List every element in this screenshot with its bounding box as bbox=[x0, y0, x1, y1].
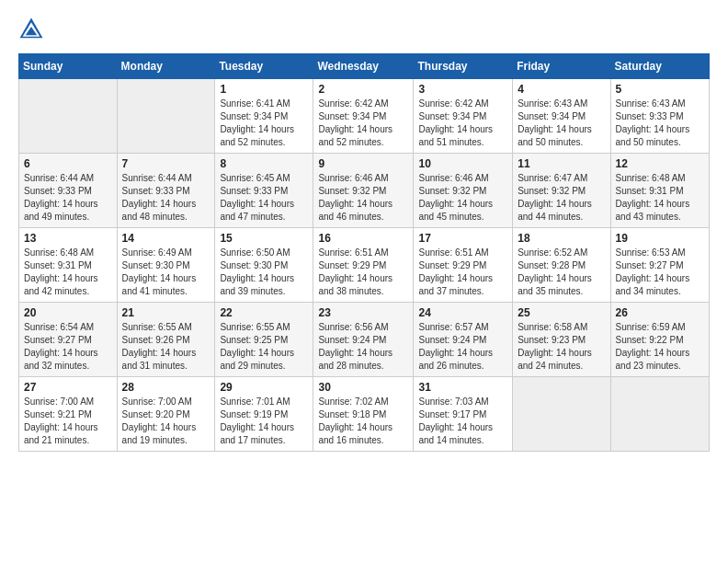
week-row-5: 27Sunrise: 7:00 AM Sunset: 9:21 PM Dayli… bbox=[19, 377, 710, 452]
day-cell: 3Sunrise: 6:42 AM Sunset: 9:34 PM Daylig… bbox=[414, 79, 513, 154]
day-cell: 15Sunrise: 6:50 AM Sunset: 9:30 PM Dayli… bbox=[215, 228, 313, 303]
day-cell: 26Sunrise: 6:59 AM Sunset: 9:22 PM Dayli… bbox=[610, 303, 709, 377]
day-info: Sunrise: 6:55 AM Sunset: 9:25 PM Dayligh… bbox=[220, 321, 308, 373]
day-info: Sunrise: 6:41 AM Sunset: 9:34 PM Dayligh… bbox=[220, 98, 308, 149]
day-cell: 5Sunrise: 6:43 AM Sunset: 9:33 PM Daylig… bbox=[610, 79, 709, 154]
day-number: 25 bbox=[518, 306, 605, 319]
day-info: Sunrise: 6:47 AM Sunset: 9:32 PM Dayligh… bbox=[518, 172, 605, 224]
day-info: Sunrise: 6:46 AM Sunset: 9:32 PM Dayligh… bbox=[318, 172, 408, 224]
header-row: SundayMondayTuesdayWednesdayThursdayFrid… bbox=[19, 54, 710, 79]
day-cell: 9Sunrise: 6:46 AM Sunset: 9:32 PM Daylig… bbox=[313, 154, 414, 228]
col-header-friday: Friday bbox=[513, 54, 610, 79]
day-info: Sunrise: 6:46 AM Sunset: 9:32 PM Dayligh… bbox=[418, 172, 507, 224]
day-cell: 22Sunrise: 6:55 AM Sunset: 9:25 PM Dayli… bbox=[215, 303, 313, 377]
day-cell: 31Sunrise: 7:03 AM Sunset: 9:17 PM Dayli… bbox=[414, 377, 513, 452]
day-cell: 25Sunrise: 6:58 AM Sunset: 9:23 PM Dayli… bbox=[513, 303, 610, 377]
day-number: 2 bbox=[318, 83, 408, 96]
header bbox=[18, 17, 710, 42]
col-header-saturday: Saturday bbox=[610, 54, 709, 79]
day-cell: 10Sunrise: 6:46 AM Sunset: 9:32 PM Dayli… bbox=[414, 154, 513, 228]
col-header-tuesday: Tuesday bbox=[215, 54, 313, 79]
col-header-sunday: Sunday bbox=[19, 54, 118, 79]
day-number: 9 bbox=[318, 157, 408, 170]
day-number: 7 bbox=[122, 157, 210, 170]
day-cell: 30Sunrise: 7:02 AM Sunset: 9:18 PM Dayli… bbox=[313, 377, 414, 452]
day-number: 14 bbox=[122, 232, 210, 245]
day-cell: 6Sunrise: 6:44 AM Sunset: 9:33 PM Daylig… bbox=[19, 154, 118, 228]
day-info: Sunrise: 7:02 AM Sunset: 9:18 PM Dayligh… bbox=[318, 396, 408, 447]
day-number: 27 bbox=[24, 381, 112, 394]
day-info: Sunrise: 6:42 AM Sunset: 9:34 PM Dayligh… bbox=[318, 98, 408, 149]
day-info: Sunrise: 6:44 AM Sunset: 9:33 PM Dayligh… bbox=[24, 172, 112, 224]
day-number: 24 bbox=[418, 306, 507, 319]
day-number: 26 bbox=[616, 306, 704, 319]
day-info: Sunrise: 6:48 AM Sunset: 9:31 PM Dayligh… bbox=[24, 247, 112, 298]
day-cell: 11Sunrise: 6:47 AM Sunset: 9:32 PM Dayli… bbox=[513, 154, 610, 228]
col-header-monday: Monday bbox=[117, 54, 215, 79]
day-info: Sunrise: 6:56 AM Sunset: 9:24 PM Dayligh… bbox=[318, 321, 408, 373]
day-cell: 16Sunrise: 6:51 AM Sunset: 9:29 PM Dayli… bbox=[313, 228, 414, 303]
day-info: Sunrise: 6:51 AM Sunset: 9:29 PM Dayligh… bbox=[418, 247, 507, 298]
logo-icon bbox=[18, 17, 44, 42]
day-number: 8 bbox=[220, 157, 308, 170]
day-info: Sunrise: 6:49 AM Sunset: 9:30 PM Dayligh… bbox=[122, 247, 210, 298]
day-cell: 23Sunrise: 6:56 AM Sunset: 9:24 PM Dayli… bbox=[313, 303, 414, 377]
day-number: 19 bbox=[616, 232, 704, 245]
day-number: 10 bbox=[418, 157, 507, 170]
day-cell: 2Sunrise: 6:42 AM Sunset: 9:34 PM Daylig… bbox=[313, 79, 414, 154]
day-number: 11 bbox=[518, 157, 605, 170]
day-info: Sunrise: 6:53 AM Sunset: 9:27 PM Dayligh… bbox=[616, 247, 704, 298]
day-cell: 19Sunrise: 6:53 AM Sunset: 9:27 PM Dayli… bbox=[610, 228, 709, 303]
day-cell: 1Sunrise: 6:41 AM Sunset: 9:34 PM Daylig… bbox=[215, 79, 313, 154]
week-row-1: 1Sunrise: 6:41 AM Sunset: 9:34 PM Daylig… bbox=[19, 79, 710, 154]
day-number: 23 bbox=[318, 306, 408, 319]
day-number: 28 bbox=[122, 381, 210, 394]
day-number: 15 bbox=[220, 232, 308, 245]
calendar-table: SundayMondayTuesdayWednesdayThursdayFrid… bbox=[18, 53, 710, 452]
day-number: 12 bbox=[616, 157, 704, 170]
day-number: 1 bbox=[220, 83, 308, 96]
day-number: 31 bbox=[418, 381, 507, 394]
page: SundayMondayTuesdayWednesdayThursdayFrid… bbox=[0, 0, 728, 563]
day-cell: 24Sunrise: 6:57 AM Sunset: 9:24 PM Dayli… bbox=[414, 303, 513, 377]
day-info: Sunrise: 6:43 AM Sunset: 9:33 PM Dayligh… bbox=[616, 98, 704, 149]
day-number: 13 bbox=[24, 232, 112, 245]
day-number: 6 bbox=[24, 157, 112, 170]
day-cell bbox=[117, 79, 215, 154]
week-row-2: 6Sunrise: 6:44 AM Sunset: 9:33 PM Daylig… bbox=[19, 154, 710, 228]
col-header-thursday: Thursday bbox=[414, 54, 513, 79]
day-number: 3 bbox=[418, 83, 507, 96]
day-number: 22 bbox=[220, 306, 308, 319]
day-number: 29 bbox=[220, 381, 308, 394]
day-number: 5 bbox=[616, 83, 704, 96]
day-info: Sunrise: 6:59 AM Sunset: 9:22 PM Dayligh… bbox=[616, 321, 704, 373]
day-info: Sunrise: 6:52 AM Sunset: 9:28 PM Dayligh… bbox=[518, 247, 605, 298]
day-cell: 12Sunrise: 6:48 AM Sunset: 9:31 PM Dayli… bbox=[610, 154, 709, 228]
day-info: Sunrise: 6:50 AM Sunset: 9:30 PM Dayligh… bbox=[220, 247, 308, 298]
day-info: Sunrise: 6:51 AM Sunset: 9:29 PM Dayligh… bbox=[318, 247, 408, 298]
day-info: Sunrise: 7:01 AM Sunset: 9:19 PM Dayligh… bbox=[220, 396, 308, 447]
day-cell bbox=[610, 377, 709, 452]
day-cell: 17Sunrise: 6:51 AM Sunset: 9:29 PM Dayli… bbox=[414, 228, 513, 303]
day-cell: 28Sunrise: 7:00 AM Sunset: 9:20 PM Dayli… bbox=[117, 377, 215, 452]
day-cell: 29Sunrise: 7:01 AM Sunset: 9:19 PM Dayli… bbox=[215, 377, 313, 452]
day-number: 4 bbox=[518, 83, 605, 96]
week-row-4: 20Sunrise: 6:54 AM Sunset: 9:27 PM Dayli… bbox=[19, 303, 710, 377]
day-cell bbox=[19, 79, 118, 154]
day-info: Sunrise: 6:58 AM Sunset: 9:23 PM Dayligh… bbox=[518, 321, 605, 373]
day-number: 30 bbox=[318, 381, 408, 394]
day-info: Sunrise: 7:03 AM Sunset: 9:17 PM Dayligh… bbox=[418, 396, 507, 447]
day-info: Sunrise: 6:45 AM Sunset: 9:33 PM Dayligh… bbox=[220, 172, 308, 224]
day-cell: 20Sunrise: 6:54 AM Sunset: 9:27 PM Dayli… bbox=[19, 303, 118, 377]
week-row-3: 13Sunrise: 6:48 AM Sunset: 9:31 PM Dayli… bbox=[19, 228, 710, 303]
col-header-wednesday: Wednesday bbox=[313, 54, 414, 79]
day-cell: 7Sunrise: 6:44 AM Sunset: 9:33 PM Daylig… bbox=[117, 154, 215, 228]
day-info: Sunrise: 6:42 AM Sunset: 9:34 PM Dayligh… bbox=[418, 98, 507, 149]
day-cell: 8Sunrise: 6:45 AM Sunset: 9:33 PM Daylig… bbox=[215, 154, 313, 228]
day-number: 20 bbox=[24, 306, 112, 319]
day-number: 17 bbox=[418, 232, 507, 245]
day-number: 18 bbox=[518, 232, 605, 245]
day-info: Sunrise: 6:55 AM Sunset: 9:26 PM Dayligh… bbox=[122, 321, 210, 373]
day-number: 16 bbox=[318, 232, 408, 245]
day-cell: 14Sunrise: 6:49 AM Sunset: 9:30 PM Dayli… bbox=[117, 228, 215, 303]
